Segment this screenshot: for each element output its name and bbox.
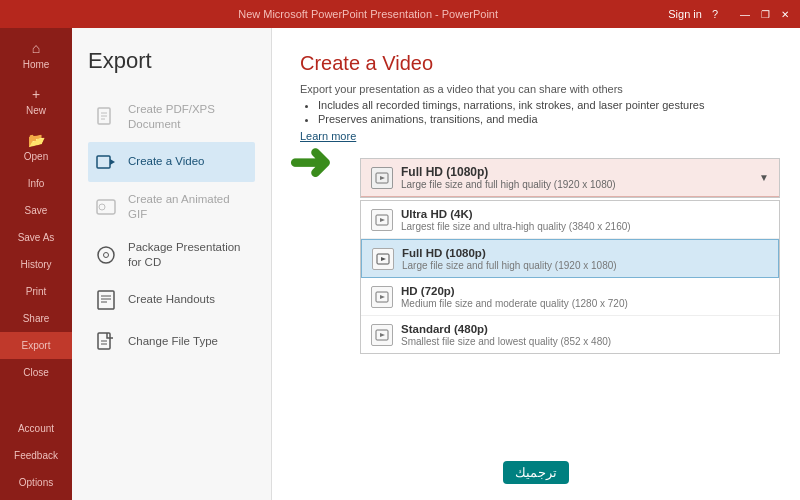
quality-options-list: Ultra HD (4K) Largest file size and ultr… xyxy=(360,200,780,354)
svg-marker-5 xyxy=(110,159,115,165)
svg-marker-20 xyxy=(380,218,385,222)
gif-label: Create an Animated GIF xyxy=(128,192,249,222)
main-content: Create a Video Export your presentation … xyxy=(272,28,800,500)
svg-marker-18 xyxy=(380,176,385,180)
svg-marker-22 xyxy=(381,257,386,261)
selected-label: Full HD (1080p) xyxy=(401,165,488,179)
sidebar-item-close[interactable]: Close xyxy=(0,359,72,386)
export-title: Export xyxy=(88,48,255,74)
export-filetype-button[interactable]: Change File Type xyxy=(88,322,255,362)
options-label: Options xyxy=(19,477,53,488)
quality-selected-icon xyxy=(371,167,393,189)
export-package-button[interactable]: Package Presentation for CD xyxy=(88,232,255,278)
feature-item-1: Includes all recorded timings, narration… xyxy=(318,99,772,111)
sidebar: ⌂ Home + New 📂 Open Info Save Save As Hi… xyxy=(0,28,72,500)
home-icon: ⌂ xyxy=(32,40,40,56)
history-label: History xyxy=(20,259,51,270)
filetype-icon xyxy=(94,330,118,354)
sidebar-item-options[interactable]: Options xyxy=(0,469,72,496)
svg-rect-6 xyxy=(97,200,115,214)
svg-marker-26 xyxy=(380,333,385,337)
minimize-button[interactable]: — xyxy=(738,7,752,21)
video-label: Create a Video xyxy=(128,154,205,169)
sidebar-item-info[interactable]: Info xyxy=(0,170,72,197)
gif-icon xyxy=(94,195,118,219)
option-hd720-text: HD (720p) Medium file size and moderate … xyxy=(401,284,628,309)
sidebar-item-saveas[interactable]: Save As xyxy=(0,224,72,251)
sidebar-label-new: New xyxy=(26,105,46,116)
open-icon: 📂 xyxy=(28,132,45,148)
watermark-badge: ترجميك xyxy=(503,461,569,484)
sidebar-label-home: Home xyxy=(23,59,50,70)
quality-option-hd720[interactable]: HD (720p) Medium file size and moderate … xyxy=(361,278,779,316)
pdf-label: Create PDF/XPS Document xyxy=(128,102,249,132)
page-title: Create a Video xyxy=(300,52,772,75)
sidebar-label-open: Open xyxy=(24,151,48,162)
cd-icon xyxy=(94,243,118,267)
export-handouts-button[interactable]: Create Handouts xyxy=(88,280,255,320)
option-standard-text: Standard (480p) Smallest file size and l… xyxy=(401,322,611,347)
app-body: ⌂ Home + New 📂 Open Info Save Save As Hi… xyxy=(0,28,800,500)
saveas-label: Save As xyxy=(18,232,55,243)
sidebar-item-export[interactable]: Export xyxy=(0,332,72,359)
export-video-button[interactable]: Create a Video xyxy=(88,142,255,182)
option-4k-text: Ultra HD (4K) Largest file size and ultr… xyxy=(401,207,631,232)
info-label: Info xyxy=(28,178,45,189)
title-bar: New Microsoft PowerPoint Presentation - … xyxy=(0,0,800,28)
close-button[interactable]: ✕ xyxy=(778,7,792,21)
feature-item-2: Preserves animations, transitions, and m… xyxy=(318,113,772,125)
feedback-label: Feedback xyxy=(14,450,58,461)
signin-link[interactable]: Sign in xyxy=(668,8,702,20)
pdf-icon xyxy=(94,105,118,129)
svg-rect-4 xyxy=(97,156,110,168)
save-label: Save xyxy=(25,205,48,216)
option-fullhd-icon xyxy=(372,248,394,270)
description: Export your presentation as a video that… xyxy=(300,83,772,95)
quality-option-fullhd[interactable]: Full HD (1080p) Large file size and full… xyxy=(361,239,779,278)
option-hd720-icon xyxy=(371,286,393,308)
new-icon: + xyxy=(32,86,40,102)
help-icon[interactable]: ? xyxy=(712,8,718,20)
maximize-button[interactable]: ❐ xyxy=(758,7,772,21)
sidebar-item-print[interactable]: Print xyxy=(0,278,72,305)
sidebar-item-save[interactable]: Save xyxy=(0,197,72,224)
quality-selected-option[interactable]: Full HD (1080p) Large file size and full… xyxy=(361,159,779,197)
chevron-down-icon: ▼ xyxy=(759,172,769,183)
export-label: Export xyxy=(22,340,51,351)
export-panel: Export Create PDF/XPS Document Create a … xyxy=(72,28,272,500)
video-icon xyxy=(94,150,118,174)
arrow-indicator: ➜ xyxy=(288,136,332,188)
feature-list: Includes all recorded timings, narration… xyxy=(318,99,772,125)
quality-selected-text: Full HD (1080p) Large file size and full… xyxy=(401,165,616,190)
close-label: Close xyxy=(23,367,49,378)
sidebar-item-open[interactable]: 📂 Open xyxy=(0,124,72,170)
svg-point-7 xyxy=(99,204,105,210)
quality-option-4k[interactable]: Ultra HD (4K) Largest file size and ultr… xyxy=(361,201,779,239)
handouts-label: Create Handouts xyxy=(128,292,215,307)
print-label: Print xyxy=(26,286,47,297)
package-label: Package Presentation for CD xyxy=(128,240,249,270)
svg-point-9 xyxy=(104,252,109,257)
sidebar-item-new[interactable]: + New xyxy=(0,78,72,124)
svg-point-8 xyxy=(98,247,114,263)
sidebar-item-history[interactable]: History xyxy=(0,251,72,278)
account-label: Account xyxy=(18,423,54,434)
quality-option-standard[interactable]: Standard (480p) Smallest file size and l… xyxy=(361,316,779,353)
quality-dropdown[interactable]: Full HD (1080p) Large file size and full… xyxy=(360,158,780,198)
sidebar-item-share[interactable]: Share xyxy=(0,305,72,332)
option-4k-icon xyxy=(371,209,393,231)
export-gif-button[interactable]: Create an Animated GIF xyxy=(88,184,255,230)
svg-rect-10 xyxy=(98,291,114,309)
option-fullhd-text: Full HD (1080p) Large file size and full… xyxy=(402,246,617,271)
window-title: New Microsoft PowerPoint Presentation - … xyxy=(68,8,668,20)
sidebar-item-home[interactable]: ⌂ Home xyxy=(0,32,72,78)
handouts-icon xyxy=(94,288,118,312)
export-pdf-button[interactable]: Create PDF/XPS Document xyxy=(88,94,255,140)
svg-marker-24 xyxy=(380,295,385,299)
selected-sublabel: Large file size and full high quality (1… xyxy=(401,179,616,190)
sidebar-item-account[interactable]: Account xyxy=(0,415,72,442)
option-standard-icon xyxy=(371,324,393,346)
sidebar-item-feedback[interactable]: Feedback xyxy=(0,442,72,469)
share-label: Share xyxy=(23,313,50,324)
filetype-label: Change File Type xyxy=(128,334,218,349)
